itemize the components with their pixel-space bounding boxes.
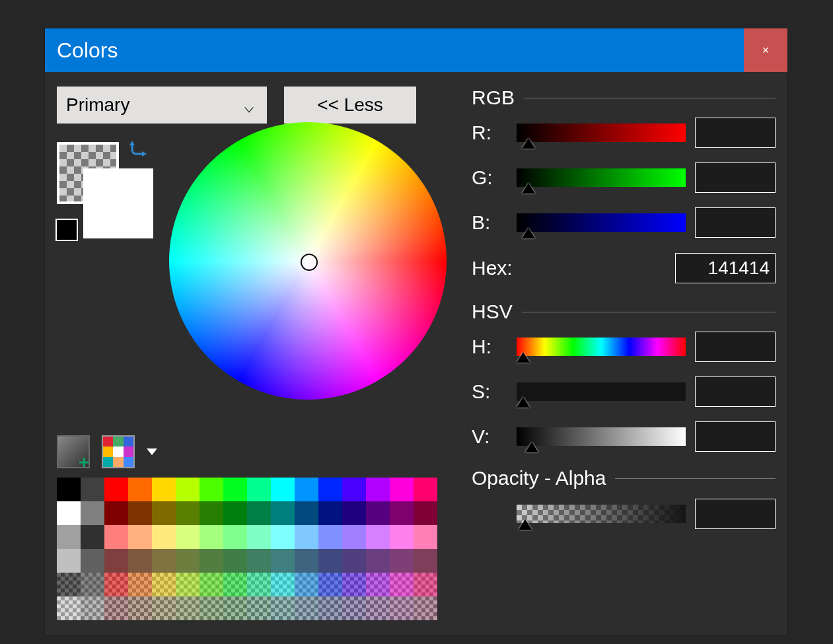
palette-swatch[interactable]	[104, 549, 128, 573]
palette-swatch[interactable]	[152, 573, 176, 596]
s-slider[interactable]	[517, 382, 686, 401]
color-target-combobox[interactable]: Primary	[57, 87, 267, 124]
palette-swatch[interactable]	[366, 596, 390, 620]
palette-swatch[interactable]	[128, 596, 152, 620]
v-input[interactable]	[696, 422, 833, 451]
palette-swatch[interactable]	[366, 501, 390, 525]
palette-swatch[interactable]	[57, 501, 81, 525]
hex-input[interactable]	[676, 254, 775, 283]
less-button[interactable]: << Less	[284, 87, 416, 124]
palette-swatch[interactable]	[223, 525, 247, 549]
palette-swatch[interactable]	[128, 573, 152, 596]
palette-swatch[interactable]	[366, 573, 390, 596]
palette-swatch[interactable]	[366, 525, 390, 549]
palette-swatch[interactable]	[295, 525, 318, 549]
palette-swatch[interactable]	[318, 478, 342, 501]
b-slider[interactable]	[517, 213, 686, 232]
palette-swatch[interactable]	[247, 549, 271, 573]
palette-swatch[interactable]	[318, 525, 342, 549]
palette-swatch[interactable]	[152, 478, 176, 501]
palette-swatch[interactable]	[390, 478, 414, 501]
palette-swatch[interactable]	[81, 525, 104, 549]
palette-swatch[interactable]	[199, 573, 223, 596]
alpha-input[interactable]	[696, 499, 833, 528]
palette-menu-button[interactable]	[147, 448, 157, 455]
g-input[interactable]	[696, 163, 833, 192]
v-slider[interactable]	[517, 427, 686, 446]
palette-swatch[interactable]	[342, 525, 366, 549]
palette-swatch[interactable]	[342, 549, 366, 573]
palette-swatch[interactable]	[199, 596, 223, 620]
palette-swatch[interactable]	[199, 549, 223, 573]
close-button[interactable]: ×	[744, 28, 787, 72]
palette-swatch[interactable]	[247, 596, 271, 620]
palette-swatch[interactable]	[271, 596, 295, 620]
palette-swatch[interactable]	[176, 596, 199, 620]
palette-manager-button[interactable]	[102, 435, 135, 468]
palette-swatch[interactable]	[223, 501, 247, 525]
palette-swatch[interactable]	[247, 478, 271, 501]
palette-swatch[interactable]	[104, 525, 128, 549]
r-input[interactable]	[696, 118, 833, 147]
palette-swatch[interactable]	[57, 573, 81, 596]
palette-swatch[interactable]	[295, 478, 318, 501]
palette-swatch[interactable]	[342, 573, 366, 596]
palette-swatch[interactable]	[81, 501, 104, 525]
palette-swatch[interactable]	[57, 549, 81, 573]
palette-swatch[interactable]	[128, 501, 152, 525]
palette-swatch[interactable]	[223, 478, 247, 501]
h-input[interactable]	[696, 332, 833, 361]
palette-swatch[interactable]	[81, 596, 104, 620]
palette-swatch[interactable]	[342, 596, 366, 620]
palette-swatch[interactable]	[295, 501, 318, 525]
palette-swatch[interactable]	[128, 478, 152, 501]
palette-swatch[interactable]	[318, 501, 342, 525]
palette-swatch[interactable]	[414, 525, 437, 549]
palette-swatch[interactable]	[342, 501, 366, 525]
palette-swatch[interactable]	[271, 525, 295, 549]
palette-swatch[interactable]	[176, 525, 199, 549]
palette-swatch[interactable]	[81, 573, 104, 596]
palette-swatch[interactable]	[271, 573, 295, 596]
palette-swatch[interactable]	[223, 549, 247, 573]
palette-swatch[interactable]	[318, 573, 342, 596]
palette-swatch[interactable]	[57, 596, 81, 620]
palette-swatch[interactable]	[366, 549, 390, 573]
palette-swatch[interactable]	[414, 573, 437, 596]
palette-swatch[interactable]	[318, 596, 342, 620]
palette-swatch[interactable]	[104, 478, 128, 501]
palette-swatch[interactable]	[128, 549, 152, 573]
palette-swatch[interactable]	[247, 573, 271, 596]
palette-swatch[interactable]	[414, 549, 437, 573]
palette-swatch[interactable]	[152, 501, 176, 525]
palette-swatch[interactable]	[176, 478, 199, 501]
palette-swatch[interactable]	[176, 501, 199, 525]
alpha-slider[interactable]	[517, 505, 686, 523]
palette-swatch[interactable]	[176, 573, 199, 596]
palette-swatch[interactable]	[199, 501, 223, 525]
palette-swatch[interactable]	[57, 478, 81, 501]
palette-swatch[interactable]	[176, 549, 199, 573]
palette-swatch[interactable]	[414, 501, 437, 525]
palette-swatch[interactable]	[247, 525, 271, 549]
r-slider[interactable]	[517, 124, 686, 142]
palette-swatch[interactable]	[223, 596, 247, 620]
palette-swatch[interactable]	[271, 501, 295, 525]
g-slider[interactable]	[517, 168, 686, 187]
s-input[interactable]	[696, 377, 833, 406]
palette-swatch[interactable]	[390, 525, 414, 549]
palette-swatch[interactable]	[152, 549, 176, 573]
palette-swatch[interactable]	[390, 501, 414, 525]
palette-swatch[interactable]	[247, 501, 271, 525]
b-input[interactable]	[696, 208, 833, 237]
palette-swatch[interactable]	[199, 525, 223, 549]
palette-swatch[interactable]	[104, 573, 128, 596]
palette-swatch[interactable]	[152, 596, 176, 620]
palette-swatch[interactable]	[390, 573, 414, 596]
palette-swatch[interactable]	[390, 596, 414, 620]
palette-swatch[interactable]	[342, 478, 366, 501]
palette-swatch[interactable]	[271, 549, 295, 573]
palette-swatch[interactable]	[295, 573, 318, 596]
palette-swatch[interactable]	[81, 478, 104, 501]
add-to-palette-button[interactable]	[57, 435, 90, 468]
